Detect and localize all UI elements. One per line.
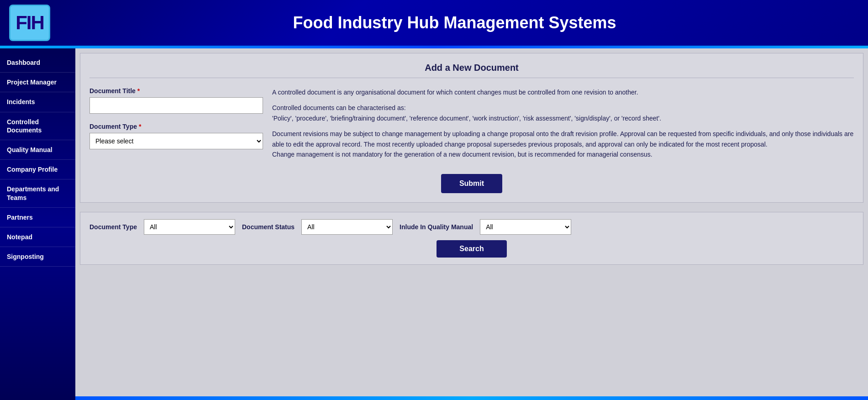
sidebar-item-quality-manual[interactable]: Quality Manual <box>0 140 75 160</box>
submit-button[interactable]: Submit <box>441 174 502 193</box>
doc-status-filter-label: Document Status <box>242 223 295 231</box>
include-quality-filter-label: Inlude In Quality Manual <box>400 223 473 231</box>
sidebar-item-project-manager[interactable]: Project Manager <box>0 73 75 92</box>
sidebar-item-dashboard[interactable]: Dashboard <box>0 53 75 73</box>
sidebar-item-company-profile[interactable]: Company Profile <box>0 160 75 179</box>
sidebar-item-incidents[interactable]: Incidents <box>0 92 75 112</box>
info-para-2: Controlled documents can be characterise… <box>272 103 854 123</box>
doc-title-label: Document Title * <box>89 87 263 95</box>
logo: FIH <box>9 5 50 41</box>
form-column: Document Title * Document Type * Please … <box>89 87 263 158</box>
doc-type-filter-label: Document Type <box>89 223 137 231</box>
search-button[interactable]: Search <box>437 240 506 258</box>
sidebar-item-departments-teams[interactable]: Departments and Teams <box>0 179 75 207</box>
sidebar-item-signposting[interactable]: Signposting <box>0 247 75 267</box>
required-star: * <box>137 87 140 95</box>
info-para-1: A controlled document is any organisatio… <box>272 87 854 97</box>
header-title: Food Industry Hub Management Systems <box>50 13 859 32</box>
filter-panel: Document Type All Document Status All In… <box>80 212 863 265</box>
content-area: Add a New Document Document Title * Docu… <box>75 48 868 400</box>
sidebar: Dashboard Project Manager Incidents Cont… <box>0 48 75 400</box>
logo-text: FIH <box>16 12 44 34</box>
search-row: Search <box>89 240 854 258</box>
include-quality-filter-select[interactable]: All <box>480 219 571 235</box>
doc-title-input[interactable] <box>89 97 263 114</box>
header: FIH Food Industry Hub Management Systems <box>0 0 868 46</box>
submit-row: Submit <box>89 174 854 193</box>
form-info-row: Document Title * Document Type * Please … <box>89 87 854 165</box>
bottom-bar <box>75 396 868 400</box>
main-layout: Dashboard Project Manager Incidents Cont… <box>0 48 868 400</box>
doc-type-select[interactable]: Please select Policy Procedure Briefing/… <box>89 133 263 149</box>
filter-row: Document Type All Document Status All In… <box>89 219 854 235</box>
info-para-3: Document revisions may be subject to cha… <box>272 129 854 159</box>
doc-type-filter-select[interactable]: All <box>144 219 235 235</box>
sidebar-item-notepad[interactable]: Notepad <box>0 227 75 247</box>
info-column: A controlled document is any organisatio… <box>272 87 854 165</box>
doc-status-filter-select[interactable]: All <box>301 219 393 235</box>
sidebar-item-controlled-documents[interactable]: Controlled Documents <box>0 112 75 140</box>
doc-type-label: Document Type * <box>89 123 263 130</box>
sidebar-item-partners[interactable]: Partners <box>0 208 75 227</box>
add-document-panel: Add a New Document Document Title * Docu… <box>80 53 863 203</box>
required-star-type: * <box>139 123 141 130</box>
panel-title: Add a New Document <box>89 63 854 78</box>
